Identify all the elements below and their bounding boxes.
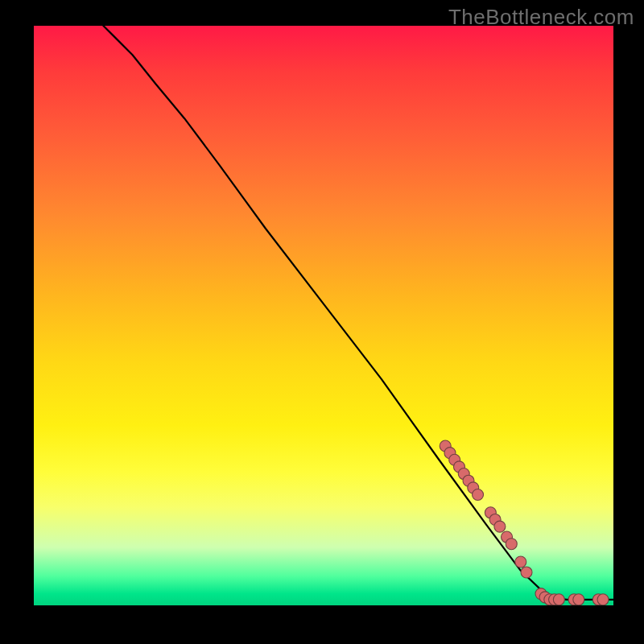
plot-area: [34, 26, 613, 605]
data-point: [597, 594, 609, 605]
data-point: [521, 567, 532, 578]
bottleneck-curve: [103, 26, 613, 600]
data-point: [494, 521, 506, 532]
data-point: [515, 556, 526, 568]
data-point: [573, 594, 584, 605]
data-points-group: [440, 440, 609, 605]
data-point: [506, 539, 517, 550]
chart-frame: TheBottleneck.com: [0, 0, 644, 644]
watermark-text: TheBottleneck.com: [448, 5, 634, 30]
chart-overlay: [34, 26, 613, 605]
data-point: [473, 489, 484, 500]
data-point: [553, 594, 564, 605]
